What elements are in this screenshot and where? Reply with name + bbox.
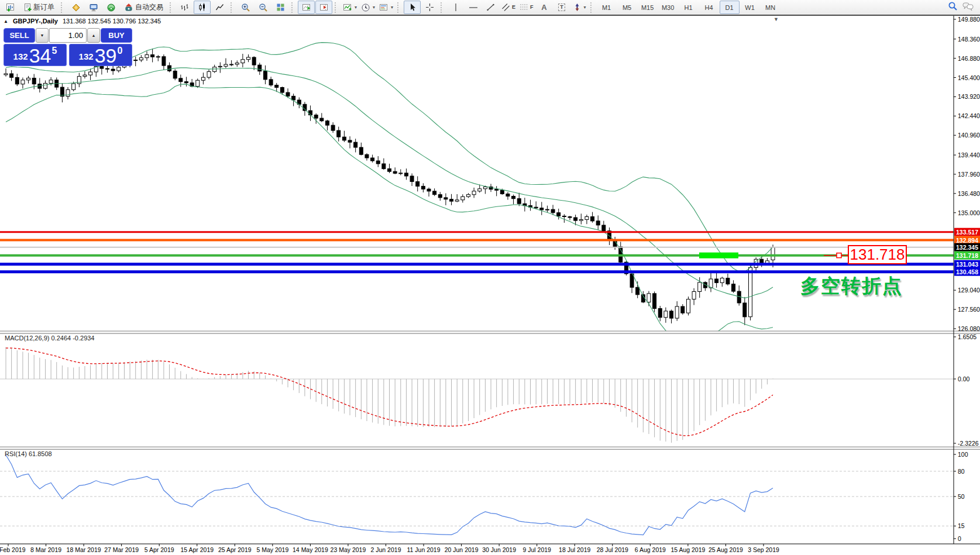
chart-workspace: 149.880148.360146.880145.400143.920142.4… [0,16,980,555]
tile-windows-icon [276,3,285,12]
date-axis-label: 28 Jul 2019 [597,546,628,553]
line-chart-button[interactable] [211,1,228,14]
rsi-scale-label: 15 [958,522,965,529]
fibonacci-letter-f: F [530,5,534,10]
timeframe-m15[interactable]: M15 [638,1,658,14]
cursor-button[interactable] [404,1,421,14]
sell-price-box[interactable]: 132 34 5 [4,44,67,66]
buy-price-point: 0 [117,46,122,56]
bar-chart-button[interactable] [176,1,193,14]
annotation-text[interactable]: 多空转折点 [800,273,903,299]
equidistant-channel-icon [501,3,510,12]
periods-button[interactable]: ▾ [359,1,377,14]
vertical-line-button[interactable] [447,1,464,14]
autotrading-label: 自动交易 [135,2,163,12]
chart-title-bar: ▲ GBPJPY-,Daily 131.368 132.545 130.796 … [4,18,161,25]
toolbar-separator [170,2,173,13]
tile-windows-button[interactable] [272,1,289,14]
search-icon[interactable] [948,1,958,13]
toolbar-separator [231,2,234,13]
volume-input[interactable] [49,28,87,43]
price-axis-label: 137.960 [958,171,980,178]
price-axis-label: 139.440 [958,151,980,158]
timeframe-w1[interactable]: W1 [740,1,760,14]
zoom-in-button[interactable] [237,1,254,14]
chat-icon[interactable] [962,2,974,13]
date-axis-label: 9 Jul 2019 [522,546,551,553]
templates-button[interactable]: ▾ [377,1,395,14]
new-order-label: 新订单 [33,2,54,12]
buy-button[interactable]: BUY [101,28,132,43]
timeframe-m30[interactable]: M30 [658,1,678,14]
macd-scale-label: -2.3226 [958,440,979,447]
price-callout[interactable]: 131.718 [848,245,907,264]
candlestick-chart-button[interactable] [194,1,211,14]
indicators-button[interactable]: ▾ [341,1,359,14]
price-axis-label: 143.920 [958,93,980,100]
panel-separator[interactable] [0,447,980,450]
new-order-button[interactable]: 新订单 [19,1,59,14]
toolbar-right-group [948,1,978,13]
main-toolbar: 新订单 自动交易 [0,0,980,16]
price-tag-label: 131.043 [956,261,978,268]
timeframe-d1[interactable]: D1 [720,1,740,14]
chevron-down-icon: ▾ [584,5,586,10]
candlestick-chart-icon [198,3,207,12]
periods-clock-icon [361,3,370,12]
volume-decrease-button[interactable]: ▼ [36,28,49,43]
chart-shift-button[interactable] [315,1,332,14]
price-axis-label: 142.440 [958,112,980,119]
timeframe-m1[interactable]: M1 [597,1,617,14]
crosshair-button[interactable] [421,1,438,14]
buy-price-box[interactable]: 132 39 0 [69,44,132,66]
auto-scroll-button[interactable] [298,1,315,14]
chart-window-button[interactable] [2,1,19,14]
fibonacci-button[interactable]: F [518,1,535,14]
bollinger-bands [6,43,773,348]
signal-button[interactable] [102,1,119,14]
price-axis-label: 135.000 [958,209,980,216]
timeframe-h4[interactable]: H4 [699,1,719,14]
price-axis-label: 146.880 [958,55,980,62]
fibonacci-icon [520,3,528,12]
timeframe-mn[interactable]: MN [761,1,780,14]
templates-icon [379,3,388,12]
trendline-button[interactable] [482,1,499,14]
autotrading-button[interactable]: 自动交易 [120,1,167,14]
timeframe-h1[interactable]: H1 [679,1,699,14]
panel-separator[interactable] [0,331,980,334]
toolbar-separator [61,2,64,13]
price-axis[interactable]: 149.880148.360146.880145.400143.920142.4… [954,16,980,542]
gold-diamond-button[interactable] [67,1,84,14]
date-axis[interactable]: 27 Feb 20198 Mar 201918 Mar 201927 Mar 2… [0,544,779,553]
sell-button[interactable]: SELL [4,28,35,43]
toolbar-separator [397,2,401,13]
arrows-icon [573,3,582,12]
computer-icon [89,3,98,12]
date-axis-label: 30 Jun 2019 [482,546,516,553]
date-axis-label: 18 Mar 2019 [67,546,101,553]
toolbar-separator [441,2,444,13]
chart-shift-marker-icon[interactable]: ▼ [773,16,779,22]
rsi-indicator-label: RSI(14) 61.8508 [5,450,52,457]
timeframe-m5[interactable]: M5 [617,1,637,14]
gold-diamond-icon [71,3,81,12]
highlight-segment [699,253,738,258]
volume-increase-button[interactable]: ▲ [87,28,100,43]
date-axis-label: 3 Sep 2019 [748,546,779,553]
equidistant-channel-button[interactable]: E [500,1,517,14]
horizontal-line-button[interactable] [465,1,482,14]
sell-price-big-figure: 132 [13,51,28,61]
one-click-trading-panel: SELL ▼ ▲ BUY 132 34 5 132 39 0 [4,28,132,66]
cursor-icon [408,3,417,12]
arrows-button[interactable]: ▾ [571,1,588,14]
computer-button[interactable] [85,1,102,14]
line-chart-icon [215,3,224,12]
collapse-panel-icon[interactable]: ▲ [4,19,8,24]
date-axis-label: 5 Apr 2019 [145,546,174,553]
zoom-out-button[interactable] [255,1,271,14]
text-label-button[interactable]: T [553,1,570,14]
ohlc-values: 131.368 132.545 130.796 132.345 [63,18,161,25]
indicators-icon [343,3,352,12]
text-button[interactable]: A [536,1,553,14]
